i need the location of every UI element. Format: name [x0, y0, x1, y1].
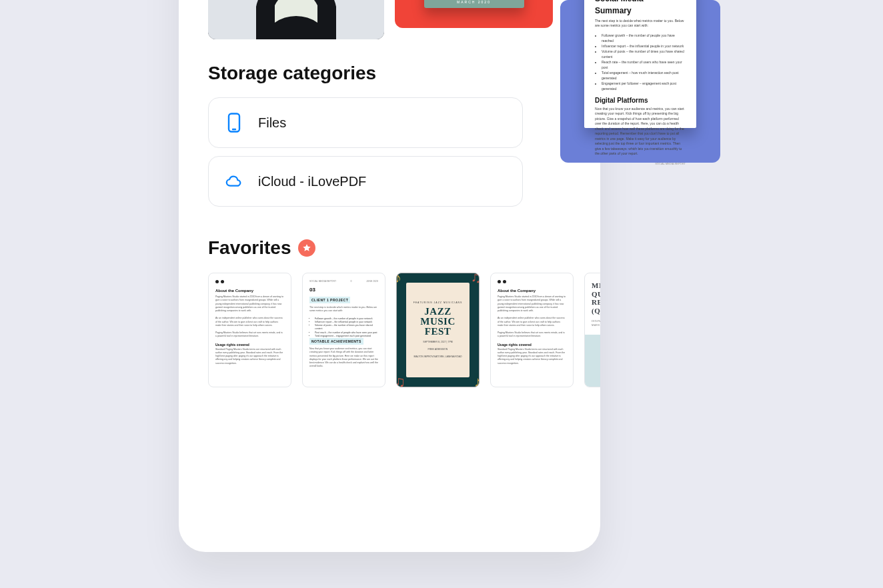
- about-title: About the Company: [215, 289, 284, 293]
- music-note-icon: ♪: [474, 373, 480, 387]
- mid-lower-bg: [585, 335, 600, 387]
- mid-t3: REPORT: [592, 298, 600, 307]
- doc-page-dots: [215, 280, 284, 283]
- heiman-date: MARCH 2020: [424, 0, 524, 4]
- favorite-card-about-company-2[interactable]: About the Company Paging Masters Studio …: [490, 273, 574, 387]
- proj-hdr-left: SOCIAL MEDIA REPORT: [309, 280, 336, 283]
- ss-p1: The next step is to decide what metrics …: [595, 19, 686, 29]
- recent-thumb-social-summary[interactable]: Social Media Summary The next step is to…: [560, 0, 720, 163]
- about2-title: About the Company: [498, 289, 566, 293]
- star-badge-icon: [298, 239, 315, 257]
- music-note-icon: ♫: [471, 273, 480, 287]
- mid-t1: MID-: [592, 281, 600, 290]
- mid-t2: QUARTER: [592, 290, 600, 299]
- about2-p4: Standard Paging Masters Studio terms are…: [498, 348, 566, 365]
- ss-b1: Influencer report – the influential peop…: [602, 43, 686, 49]
- jazz-sub3: MALTON IMPROVISATOIRE, LANENA ROAD: [414, 355, 462, 359]
- jazz-eyebrow: FEATURING JAZZ MUSICIANS: [413, 301, 463, 304]
- favorite-card-about-company-1[interactable]: About the Company Paging Masters Studio …: [208, 273, 291, 387]
- favorite-card-jazz-fest[interactable]: ♪ ♫ ♫ ♪ FEATURING JAZZ MUSICIANS JAZZ MU…: [396, 273, 480, 387]
- proj-bullets: Follower growth – the number of people i…: [315, 317, 378, 339]
- storage-categories-title: Storage categories: [208, 63, 376, 84]
- about2-sub: Usage rights covered: [498, 343, 566, 347]
- ss-b4: Total engagement – how much interaction …: [602, 70, 686, 81]
- favorites-title-row: Favorites: [208, 237, 315, 259]
- mid-sub: DIGIPATRON PROMOTIONAL MEDIA DIGITAL MAR…: [592, 319, 600, 327]
- heiman-doc: Q1 SOCIAL MEDIA REPORT HEIMAN DIGITAL PR…: [424, 0, 524, 8]
- jazz-line2: MUSIC: [420, 317, 456, 327]
- mid-t4: (Q2): [592, 307, 600, 315]
- proj-hl2: NOTABLE ACHIEVEMENTS: [309, 338, 363, 345]
- doc-page-dots: [498, 280, 566, 283]
- proj-b3: Post reach – the number of people who ha…: [315, 331, 378, 335]
- favorites-title: Favorites: [208, 237, 291, 259]
- ss-h2: Digital Platforms: [595, 97, 686, 104]
- social-summary-doc: Social Media Summary The next step is to…: [584, 0, 696, 128]
- recent-thumb-portrait[interactable]: [208, 0, 384, 39]
- jazz-line3: FEST: [425, 327, 452, 337]
- favorite-card-mid-quarter[interactable]: JUNE 2020 MID- QUARTER REPORT (Q2) DIGIP…: [584, 273, 600, 387]
- storage-item-icloud[interactable]: iCloud - iLovePDF: [208, 156, 523, 207]
- storage-item-files-label: Files: [258, 115, 286, 131]
- portrait-illustration: [208, 0, 384, 39]
- phone-icon: [225, 113, 243, 132]
- recent-thumbnails-row: Q1 SOCIAL MEDIA REPORT HEIMAN DIGITAL PR…: [208, 0, 553, 39]
- proj-page-num: 03: [309, 287, 378, 293]
- favorite-card-client-project[interactable]: SOCIAL MEDIA REPORT II JUNE 2020 03 CLIE…: [302, 273, 385, 387]
- ss-bullets: Follower growth – the number of people y…: [602, 33, 686, 91]
- about-p4: Standard Paging Masters Studio terms are…: [215, 348, 284, 365]
- recent-thumb-heiman[interactable]: Q1 SOCIAL MEDIA REPORT HEIMAN DIGITAL PR…: [395, 0, 553, 28]
- ss-footer: SOCIAL MEDIA REPORT: [595, 162, 686, 165]
- proj-header: SOCIAL MEDIA REPORT II JUNE 2020: [309, 280, 378, 283]
- about-p3: Paging Masters Studio believes that art …: [215, 331, 284, 339]
- jazz-line1: JAZZ: [424, 307, 451, 317]
- ss-b0: Follower growth – the number of people y…: [602, 33, 686, 43]
- proj-hdr-right: JUNE 2020: [366, 280, 378, 283]
- storage-categories-list: Files iCloud - iLovePDF: [208, 97, 523, 207]
- ss-b2: Volume of posts – the number of times yo…: [602, 49, 686, 59]
- about-p2: As an independent online publisher who c…: [215, 317, 284, 327]
- app-card-panel: Q1 SOCIAL MEDIA REPORT HEIMAN DIGITAL PR…: [179, 0, 600, 552]
- jazz-inner: FEATURING JAZZ MUSICIANS JAZZ MUSIC FEST…: [406, 283, 470, 377]
- music-note-icon: ♪: [396, 273, 401, 287]
- about-sub: Usage rights covered: [215, 343, 284, 347]
- ss-h1a: Social Media: [595, 0, 686, 4]
- proj-p2: Now that you know your audience and metr…: [309, 347, 378, 369]
- ss-b5: Engagement per follower – engagement eac…: [602, 81, 686, 91]
- ss-p2: Now that you know your audience and metr…: [595, 107, 686, 157]
- proj-b2: Volume of posts – the number of times yo…: [315, 324, 378, 331]
- proj-p1: The next step is to decide which metrics…: [309, 306, 378, 313]
- cloud-icon: [225, 172, 243, 191]
- about2-p2: As an independent online publisher who c…: [498, 317, 566, 327]
- music-note-icon: ♫: [396, 373, 405, 387]
- about-p1: Paging Masters Studio started in 2010 fr…: [215, 295, 284, 313]
- storage-item-icloud-label: iCloud - iLovePDF: [258, 174, 366, 189]
- ss-h1b: Summary: [595, 7, 686, 16]
- proj-hl1: CLIENT 1 PROJECT: [309, 297, 350, 303]
- ss-b3: Reach rate – the number of users who hav…: [602, 59, 686, 70]
- favorites-row: About the Company Paging Masters Studio …: [208, 273, 600, 387]
- about2-p3: Paging Masters Studio believes that art …: [498, 331, 566, 339]
- about2-p1: Paging Masters Studio started in 2010 fr…: [498, 295, 566, 313]
- jazz-sub2: FREE ADMISSION: [428, 348, 448, 351]
- proj-b0: Follower growth – the number of people i…: [315, 317, 378, 321]
- storage-item-files[interactable]: Files: [208, 97, 523, 148]
- jazz-sub1: SEPTEMBER 8, 2027 | 7PM: [423, 341, 452, 344]
- proj-hdr-mid: II: [351, 280, 352, 283]
